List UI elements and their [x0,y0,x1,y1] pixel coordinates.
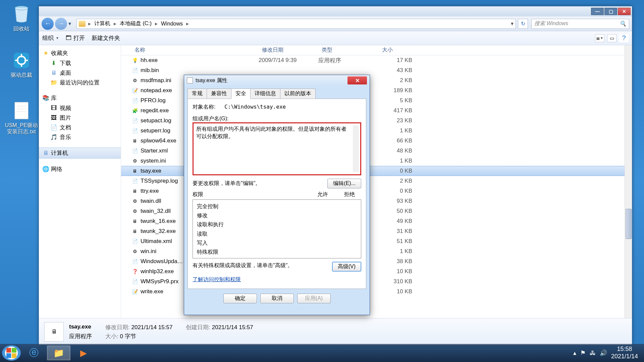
object-name-row: 对象名称: C:\Windows\tsay.exe [193,104,361,111]
sidebar-item-downloads[interactable]: ⬇下载 [39,58,121,68]
clock[interactable]: 15:58 2021/1/14 [611,346,638,360]
nav-history-dropdown[interactable]: ▾ [68,20,74,27]
start-button[interactable] [2,345,21,361]
ok-button[interactable]: 确定 [223,294,257,303]
sidebar-item-pictures[interactable]: 🖼图片 [39,113,121,123]
refresh-button[interactable]: ↻ [518,19,528,29]
minimize-button[interactable]: — [591,8,604,15]
col-type[interactable]: 类型 [318,47,379,54]
properties-dialog: tsay.exe 属性 ✕ 常规 兼容性 安全 详细信息 以前的版本 对象名称:… [184,75,370,315]
dialog-close-button[interactable]: ✕ [347,76,367,84]
sidebar-computer[interactable]: 🖥计算机 [39,147,121,159]
close-button[interactable]: ✕ [618,8,631,15]
tab-general[interactable]: 常规 [187,88,207,99]
download-icon: ⬇ [50,60,57,66]
scrollbar-thumb[interactable] [626,209,632,239]
breadcrumb-seg-drive[interactable]: 本地磁盘 (C:) [118,19,154,28]
file-icon: 📄 [131,97,139,104]
edit-button[interactable]: 编辑(E)... [327,179,361,188]
organize-menu[interactable]: 组织 ▼ [42,34,59,42]
perm-read: 读取 [197,229,357,238]
desktop-icon-txt[interactable]: USM_PE驱动 安装日志.txt [5,101,38,135]
nav-forward-button[interactable]: → [55,18,67,30]
file-size: 17 KB [379,57,412,64]
taskbar-item-explorer[interactable]: 📁 [47,346,70,360]
breadcrumb-seg-computer[interactable]: 计算机 [92,19,112,28]
file-icon: 🧩 [131,107,139,114]
sidebar-item-music[interactable]: 🎵音乐 [39,132,121,142]
file-icon: 📄 [131,178,139,184]
apply-button[interactable]: 应用(A) [297,294,331,303]
tab-compat[interactable]: 兼容性 [207,88,231,99]
ie-icon: ⓔ [29,347,39,359]
file-name: msdfmap.ini [141,77,171,84]
volume-icon[interactable]: 🔊 [600,349,607,357]
file-icon: 🖥 [131,228,139,235]
file-row[interactable]: 💡hh.exe2009/7/14 9:39应用程序17 KB [121,55,632,65]
file-icon: 🖥 [131,188,139,194]
breadcrumb-seg-folder[interactable]: Windows [159,20,185,27]
file-row[interactable]: 📄mib.bin43 KB [121,65,632,75]
group-users-list[interactable]: 所有组或用户均不具有访问此对象的权限。但是该对象的所有者可以分配权限。 [193,122,361,175]
maximize-button[interactable]: ▢ [604,8,617,15]
taskbar-item-ie[interactable]: ⓔ [22,346,46,360]
file-type: 应用程序 [318,57,379,64]
breadcrumb[interactable]: ▸ 计算机 ▸ 本地磁盘 (C:) ▸ Windows ▸ ▾ [76,19,516,29]
perm-full: 完全控制 [197,202,357,211]
tab-bar: 常规 兼容性 安全 详细信息 以前的版本 [184,86,370,99]
system-tray: ▴ ⚑ 🖧 🔊 15:58 2021/1/14 [569,346,642,360]
search-icon: 🔍 [620,20,626,27]
sidebar-item-recent[interactable]: 📁最近访问的位置 [39,78,121,87]
file-date: 2009/7/14 9:39 [259,57,318,64]
sidebar-item-videos[interactable]: 🎞视频 [39,103,121,113]
sidebar-libraries[interactable]: 📚库 [39,93,121,103]
file-size: 1 KB [379,127,412,134]
tab-previous[interactable]: 以前的版本 [280,88,316,99]
file-thumb-icon: 🖥 [44,322,64,342]
sidebar-item-desktop[interactable]: 🖥桌面 [39,68,121,78]
cancel-button[interactable]: 取消 [260,294,294,303]
text-file-icon [11,101,32,121]
file-size: 43 KB [379,67,412,74]
desktop-icon-recycle-bin[interactable]: 回收站 [5,4,38,32]
sidebar-favorites[interactable]: ★收藏夹 [39,48,121,58]
nav-back-button[interactable]: ← [42,18,54,30]
sidebar-item-documents[interactable]: 📄文档 [39,123,121,132]
tab-details[interactable]: 详细信息 [250,88,280,99]
search-input[interactable]: 搜索 Windows 🔍 [531,19,629,29]
sidebar-network[interactable]: 🌐网络 [39,164,121,174]
file-icon: 📄 [131,117,139,124]
new-folder-button[interactable]: 新建文件夹 [92,34,120,42]
list-scrollbar[interactable] [353,125,359,172]
tray-up-icon[interactable]: ▴ [573,349,576,357]
details-filetype: 应用程序 [69,333,92,340]
perm-modify: 修改 [197,211,357,220]
scrollbar[interactable] [625,45,632,318]
folder-icon: 📁 [53,348,64,358]
file-size: 48 KB [379,147,412,154]
file-name: regedit.exe [141,107,169,114]
learn-link[interactable]: 了解访问控制和权限 [193,277,241,282]
breadcrumb-dropdown[interactable]: ▾ [511,20,514,27]
desktop-icon-driver-app[interactable]: 驱动总裁 [5,50,38,78]
open-button[interactable]: 🗔打开 [66,34,85,42]
col-size[interactable]: 大小 [379,47,412,54]
file-size: 38 KB [379,258,412,265]
col-name[interactable]: 名称 [131,47,259,54]
action-center-icon[interactable]: ⚑ [580,349,586,357]
dialog-titlebar[interactable]: tsay.exe 属性 ✕ [184,75,370,86]
advanced-button[interactable]: 高级(V) [332,262,361,272]
file-size: 10 KB [379,288,412,295]
tab-security[interactable]: 安全 [231,88,251,99]
group-message: 所有组或用户均不具有访问此对象的权限。但是该对象的所有者可以分配权限。 [196,125,358,140]
star-icon: ★ [42,50,49,56]
permissions-list[interactable]: 完全控制 修改 读取和执行 读取 写入 特殊权限 [193,199,361,258]
preview-pane-button[interactable]: ▭ [607,34,616,42]
taskbar-item-media[interactable]: ▶ [72,346,95,360]
network-tray-icon[interactable]: 🖧 [590,350,596,357]
help-button[interactable]: ? [619,34,629,42]
col-date[interactable]: 修改日期 [259,47,318,54]
desktop-icon: 🖥 [50,70,57,76]
details-pane: 🖥 tsay.exe 修改日期: 2021/1/14 15:57 创建日期: 2… [39,318,632,345]
view-mode-button[interactable]: ≣ ▼ [595,34,604,42]
